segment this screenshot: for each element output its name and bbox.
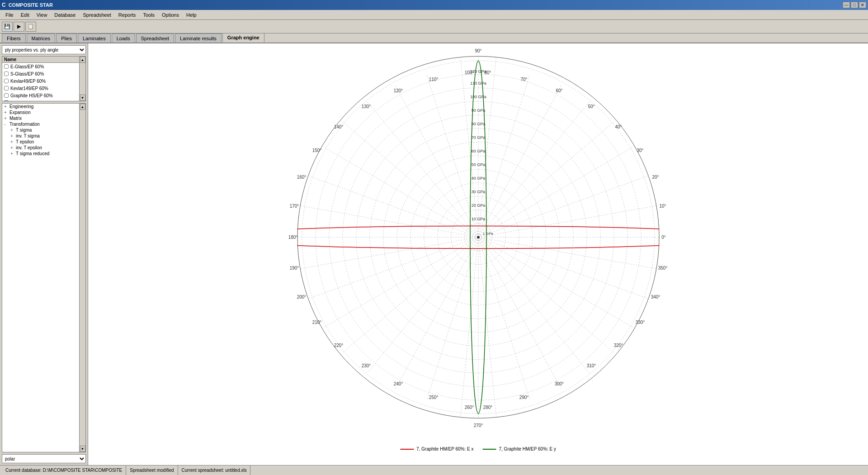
material-checkbox-4[interactable] bbox=[4, 93, 9, 98]
svg-text:220°: 220° bbox=[334, 343, 343, 348]
scroll-down[interactable]: ▼ bbox=[80, 95, 85, 101]
svg-text:340°: 340° bbox=[651, 294, 660, 299]
material-checkbox-1[interactable] bbox=[4, 71, 9, 76]
tab-laminates[interactable]: Laminates bbox=[78, 33, 111, 43]
svg-text:330°: 330° bbox=[635, 320, 645, 325]
svg-text:60 GPa: 60 GPa bbox=[471, 149, 485, 153]
tree-scroll-up[interactable]: ▲ bbox=[80, 104, 85, 110]
status-bar: Current database: D:\M\COMPOSITE STAR\CO… bbox=[0, 465, 868, 475]
svg-point-103 bbox=[477, 236, 480, 238]
legend-line-ey bbox=[483, 449, 496, 450]
tree-item-inv-tepsilon[interactable]: + inv. T epsilon bbox=[2, 145, 85, 151]
svg-text:180°: 180° bbox=[288, 235, 297, 240]
svg-text:250°: 250° bbox=[429, 395, 438, 400]
svg-text:0°: 0° bbox=[661, 235, 666, 240]
svg-text:80 GPa: 80 GPa bbox=[471, 122, 485, 126]
tab-fibers[interactable]: Fibers bbox=[2, 33, 26, 43]
tree-item-engineering[interactable]: + Engineering bbox=[2, 104, 85, 109]
property-dropdown[interactable]: ply properties vs. ply angle bbox=[2, 45, 86, 54]
svg-text:20°: 20° bbox=[652, 175, 659, 180]
svg-text:50 GPa: 50 GPa bbox=[471, 162, 485, 167]
tree-label: Expansion bbox=[9, 110, 31, 115]
svg-text:90 GPa: 90 GPa bbox=[471, 108, 485, 113]
tab-laminate-results[interactable]: Laminate results bbox=[175, 33, 222, 43]
material-checkbox-2[interactable] bbox=[4, 79, 9, 83]
svg-text:120°: 120° bbox=[393, 88, 403, 93]
expand-icon: + bbox=[10, 139, 15, 144]
svg-text:160°: 160° bbox=[297, 175, 306, 180]
menu-spreadsheet[interactable]: Spreadsheet bbox=[79, 11, 114, 19]
plot-type-dropdown[interactable]: polar bbox=[2, 454, 86, 463]
tree-item-inv-tsigma[interactable]: + inv. T sigma bbox=[2, 133, 85, 139]
tree-item-tsigma-reduced[interactable]: + T sigma reduced bbox=[2, 151, 85, 157]
property-tree: + Engineering + Expansion + Matrix - Tra… bbox=[2, 103, 86, 452]
tab-loads[interactable]: Loads bbox=[112, 33, 135, 43]
menu-database[interactable]: Database bbox=[51, 11, 79, 19]
list-header: Name ▲ bbox=[2, 57, 85, 63]
expand-icon: + bbox=[10, 145, 15, 150]
maximize-button[interactable]: □ bbox=[851, 2, 858, 8]
svg-text:80°: 80° bbox=[484, 70, 491, 75]
menu-bar: File Edit View Database Spreadsheet Repo… bbox=[0, 10, 868, 20]
svg-text:140°: 140° bbox=[334, 124, 343, 129]
tab-bar: Fibers Matrices Plies Laminates Loads Sp… bbox=[0, 33, 868, 43]
tree-item-tsigma[interactable]: + T sigma bbox=[2, 127, 85, 133]
title-bar-left: C COMPOSITE STAR bbox=[2, 2, 53, 8]
svg-text:170°: 170° bbox=[289, 204, 299, 209]
tree-label: T sigma bbox=[16, 128, 32, 133]
tree-label: T epsilon bbox=[16, 139, 34, 144]
status-database: Current database: D:\M\COMPOSITE STAR\CO… bbox=[2, 466, 126, 475]
app-icon: C bbox=[2, 2, 6, 8]
tab-plies[interactable]: Plies bbox=[56, 33, 77, 43]
tab-graph-engine[interactable]: Graph engine bbox=[222, 33, 264, 43]
legend-item-ex: 7, Graphite HM/EP 60%: E x bbox=[400, 446, 474, 451]
svg-text:310°: 310° bbox=[586, 363, 596, 368]
menu-help[interactable]: Help bbox=[183, 11, 200, 19]
menu-file[interactable]: File bbox=[2, 11, 17, 19]
toolbar-new-button[interactable]: 📋 bbox=[25, 22, 36, 32]
svg-text:10 GPa: 10 GPa bbox=[471, 217, 485, 221]
expand-icon: + bbox=[4, 110, 9, 115]
svg-text:40 GPa: 40 GPa bbox=[471, 176, 485, 180]
tree-item-tepsilon[interactable]: + T epsilon bbox=[2, 139, 85, 145]
material-checkbox-0[interactable] bbox=[4, 64, 9, 69]
material-name-3: Kevlar149/EP 60% bbox=[10, 86, 48, 91]
tab-matrices[interactable]: Matrices bbox=[27, 33, 56, 43]
tree-item-expansion[interactable]: + Expansion bbox=[2, 109, 85, 115]
tree-item-matrix[interactable]: + Matrix bbox=[2, 115, 85, 121]
tab-spreadsheet[interactable]: Spreadsheet bbox=[136, 33, 174, 43]
material-checkbox-5[interactable] bbox=[4, 100, 9, 101]
tree-item-transformation[interactable]: - Transformation bbox=[2, 121, 85, 127]
menu-reports[interactable]: Reports bbox=[115, 11, 140, 19]
material-checkbox-3[interactable] bbox=[4, 86, 9, 90]
menu-view[interactable]: View bbox=[33, 11, 51, 19]
close-button[interactable]: ✕ bbox=[859, 2, 866, 8]
menu-options[interactable]: Options bbox=[158, 11, 183, 19]
svg-text:280°: 280° bbox=[483, 405, 492, 410]
menu-tools[interactable]: Tools bbox=[139, 11, 158, 19]
toolbar-save-button[interactable]: 💾 bbox=[2, 22, 13, 32]
list-item: Graphite HS/EP 60% bbox=[2, 92, 79, 99]
svg-text:90°: 90° bbox=[475, 48, 481, 53]
title-bar: C COMPOSITE STAR — □ ✕ bbox=[0, 0, 868, 10]
list-item: E-Glass/EP 60% bbox=[2, 63, 79, 70]
legend-label-ex: 7, Graphite HM/EP 60%: E x bbox=[416, 446, 474, 451]
legend-line-ex bbox=[400, 449, 414, 450]
scroll-up[interactable]: ▲ bbox=[80, 57, 85, 63]
tree-label: Engineering bbox=[9, 104, 33, 109]
svg-text:270°: 270° bbox=[473, 423, 483, 428]
list-item: Kevlar149/EP 60% bbox=[2, 85, 79, 92]
plot-type-container: polar bbox=[2, 454, 86, 463]
tree-scroll-down[interactable]: ▼ bbox=[80, 446, 85, 452]
tree-label: T sigma reduced bbox=[16, 151, 49, 156]
menu-edit[interactable]: Edit bbox=[17, 11, 33, 19]
toolbar-open-button[interactable]: ▶ bbox=[14, 22, 24, 32]
property-dropdown-container: ply properties vs. ply angle bbox=[2, 45, 86, 54]
database-path: Current database: D:\M\COMPOSITE STAR\CO… bbox=[5, 468, 122, 473]
list-item: S-Glass/EP 60% bbox=[2, 70, 79, 77]
svg-text:230°: 230° bbox=[361, 363, 371, 368]
material-name-5: Graphite HM/EP 60% bbox=[10, 100, 53, 102]
tree-label: inv. T sigma bbox=[16, 133, 40, 138]
title-bar-controls: — □ ✕ bbox=[843, 2, 866, 8]
minimize-button[interactable]: — bbox=[843, 2, 850, 8]
